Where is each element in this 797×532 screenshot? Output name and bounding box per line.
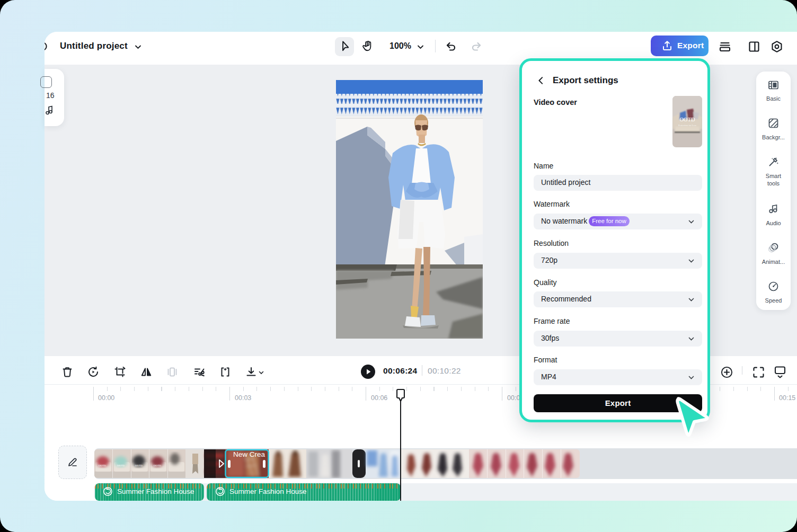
svg-text:OOTD: OOTD <box>99 464 106 467</box>
svg-text:OOTD: OOTD <box>135 464 143 467</box>
svg-text:New Crea: New Crea <box>233 450 265 458</box>
svg-text:OOTD: OOTD <box>679 117 695 122</box>
svg-text:OOTD: OOTD <box>117 464 125 467</box>
svg-text:OOTD: OOTD <box>154 464 161 467</box>
svg-text:Perfection for Less: Perfection for Less <box>678 124 696 127</box>
